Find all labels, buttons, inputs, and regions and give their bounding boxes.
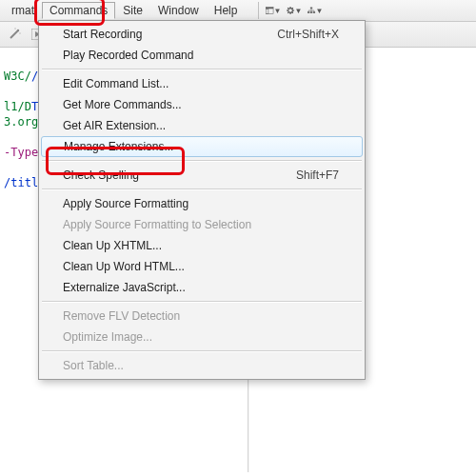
menu-item-externalize-javascript[interactable]: Externalize JavaScript... [40,277,364,298]
menu-item-start-recording[interactable]: Start RecordingCtrl+Shift+X [40,24,364,45]
menu-item-shortcut: Ctrl+Shift+X [277,28,339,41]
menu-item-label: Edit Command List... [63,77,339,90]
layout-icon[interactable]: ▼ [266,3,281,18]
menu-window[interactable]: Window [150,2,207,19]
svg-rect-13 [307,11,309,13]
menu-item-sort-table: Sort Table... [40,355,364,376]
menu-item-label: Externalize JavaScript... [63,281,339,294]
menubar: rmat Commands Site Window Help ▼ ▼ ▼ Sta… [0,0,476,22]
menu-item-get-air-extension[interactable]: Get AIR Extension... [40,115,364,136]
menu-item-label: Manage Extensions... [64,140,338,153]
menu-item-label: Apply Source Formatting [63,197,339,210]
menu-item-label: Apply Source Formatting to Selection [63,218,339,231]
menu-item-label: Get More Commands... [63,98,339,111]
menu-item-label: Play Recorded Command [63,49,339,62]
menu-site[interactable]: Site [115,2,150,19]
menu-item-optimize-image: Optimize Image... [40,327,364,347]
menu-item-label: Optimize Image... [63,330,339,344]
menu-item-clean-up-xhtml[interactable]: Clean Up XHTML... [40,235,364,256]
menu-item-apply-source-formatting-to-selection: Apply Source Formatting to Selection [40,214,364,235]
gear-icon[interactable]: ▼ [287,3,302,18]
svg-line-16 [10,30,18,38]
svg-rect-12 [310,8,312,10]
commands-dropdown: Start RecordingCtrl+Shift+XPlay Recorded… [38,20,366,380]
menu-help[interactable]: Help [207,2,246,19]
menu-item-label: Check Spelling [63,169,296,182]
menu-item-label: Sort Table... [63,359,339,372]
menu-separator [42,188,362,190]
menu-item-manage-extensions[interactable]: Manage Extensions... [41,136,363,157]
svg-rect-14 [310,11,312,13]
menu-item-label: Get AIR Extension... [63,119,339,132]
menu-item-get-more-commands[interactable]: Get More Commands... [40,94,364,115]
svg-point-17 [17,30,19,31]
menu-item-label: Clean Up XHTML... [63,239,339,252]
menu-item-clean-up-word-html[interactable]: Clean Up Word HTML... [40,256,364,277]
menu-item-label: Remove FLV Detection [63,309,339,323]
svg-line-11 [292,8,293,9]
menu-separator [42,69,362,70]
svg-point-18 [14,28,16,30]
menu-item-shortcut: Shift+F7 [296,169,339,182]
menu-commands[interactable]: Commands [42,2,115,19]
svg-line-9 [292,12,293,13]
menu-item-label: Start Recording [63,28,277,41]
svg-line-10 [288,12,289,13]
svg-point-19 [19,32,21,34]
svg-rect-2 [266,9,268,13]
menu-item-label: Clean Up Word HTML... [63,260,339,273]
menu-item-remove-flv-detection: Remove FLV Detection [40,306,364,327]
menu-separator [42,301,362,303]
wand-icon[interactable] [6,26,23,43]
menu-separator [42,350,362,352]
menu-item-edit-command-list[interactable]: Edit Command List... [40,73,364,94]
svg-point-3 [288,9,293,13]
menu-item-check-spelling[interactable]: Check SpellingShift+F7 [40,165,364,186]
network-icon[interactable]: ▼ [307,3,323,18]
menu-item-apply-source-formatting[interactable]: Apply Source Formatting [40,193,364,214]
svg-line-8 [288,8,289,9]
menu-separator [42,160,362,162]
menu-format[interactable]: rmat [4,2,42,19]
menu-item-play-recorded-command[interactable]: Play Recorded Command [40,45,364,66]
